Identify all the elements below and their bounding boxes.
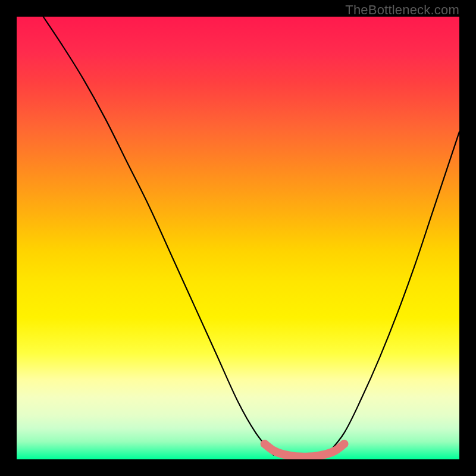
valley-highlight	[265, 444, 345, 457]
chart-container: TheBottleneck.com	[0, 0, 476, 476]
curve-overlay	[17, 17, 459, 459]
watermark-text: TheBottleneck.com	[345, 2, 459, 18]
right-curve	[327, 131, 459, 455]
plot-area	[17, 17, 459, 459]
left-curve	[43, 17, 274, 455]
